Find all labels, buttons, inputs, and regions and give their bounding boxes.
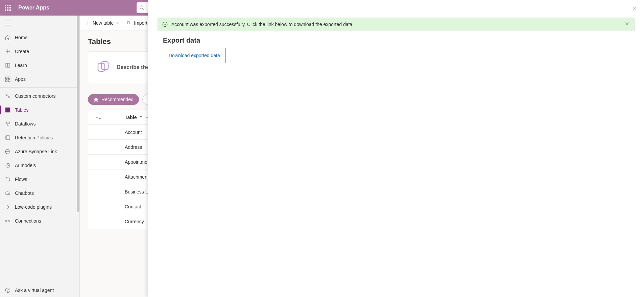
import-icon — [126, 20, 132, 26]
svg-point-24 — [6, 177, 7, 178]
svg-point-19 — [7, 125, 8, 126]
nav-label: Ask a virtual agent — [15, 288, 54, 293]
copilot-icon — [96, 61, 110, 74]
svg-point-34 — [8, 291, 8, 292]
nav-item-retention-policies[interactable]: Retention Policies — [0, 131, 79, 144]
column-header-label: Table — [125, 115, 137, 120]
nav-divider — [0, 87, 79, 88]
connections-icon — [5, 218, 11, 224]
nav-item-ai-models[interactable]: AI models — [0, 158, 79, 172]
nav-label: Create — [15, 49, 29, 54]
app-launcher-button[interactable] — [0, 0, 16, 16]
svg-rect-20 — [6, 136, 10, 140]
chatbot-icon — [5, 190, 11, 196]
panel-close-button[interactable] — [630, 3, 639, 13]
svg-rect-26 — [6, 192, 10, 195]
nav-label: AI models — [15, 163, 36, 168]
export-data-panel: Account was exported successfully. Click… — [148, 0, 644, 297]
nav-item-flows[interactable]: Flows — [0, 172, 79, 186]
notice-close-button[interactable] — [623, 20, 631, 29]
nav-item-connections[interactable]: Connections — [0, 214, 79, 228]
download-highlight-box: Download exported data — [163, 48, 226, 63]
nav-label: Learn — [15, 63, 27, 68]
left-nav: Home Create Learn Apps Custom connectors — [0, 16, 80, 297]
nav-label: Chatbots — [15, 190, 34, 196]
success-notice-text: Account was exported successfully. Click… — [171, 22, 354, 27]
svg-rect-6 — [5, 77, 7, 78]
svg-rect-9 — [8, 79, 10, 81]
nav-label: Flows — [15, 177, 27, 182]
success-icon — [162, 21, 168, 27]
table-cell-name: Appointment — [88, 159, 151, 165]
table-icon — [5, 107, 11, 113]
nav-item-azure-synapse-link[interactable]: Azure Synapse Link — [0, 144, 79, 158]
nav-item-lowcode-plugins[interactable]: Low-code plugins — [0, 200, 79, 214]
svg-point-29 — [8, 193, 9, 193]
import-button[interactable]: Import — [126, 20, 147, 26]
svg-point-0 — [140, 6, 143, 9]
svg-point-31 — [8, 220, 10, 222]
svg-rect-12 — [5, 108, 10, 112]
success-notice: Account was exported successfully. Click… — [158, 18, 635, 31]
svg-point-46 — [163, 22, 167, 27]
svg-rect-7 — [8, 77, 10, 78]
import-label: Import — [134, 20, 147, 26]
svg-point-25 — [9, 180, 10, 181]
nav-item-chatbots[interactable]: Chatbots — [0, 186, 79, 200]
nav-item-tables[interactable]: Tables — [0, 103, 79, 117]
nav-item-apps[interactable]: Apps — [0, 72, 79, 86]
search-icon — [139, 5, 145, 10]
nav-label: Dataflows — [15, 121, 35, 127]
panel-title: Export data — [163, 37, 629, 44]
svg-rect-5 — [8, 63, 10, 67]
waffle-icon — [5, 5, 11, 11]
ai-icon — [5, 162, 11, 168]
svg-marker-39 — [94, 97, 98, 101]
nav-item-custom-connectors[interactable]: Custom connectors — [0, 89, 79, 103]
retention-icon — [5, 135, 11, 141]
app-brand: Power Apps — [18, 5, 49, 11]
flows-icon — [5, 176, 11, 182]
svg-point-23 — [7, 164, 9, 166]
filter-recommended-pill[interactable]: Recommended — [88, 94, 139, 105]
copilot-prompt-text: Describe the — [117, 64, 149, 70]
table-cell-name: Attachment — [88, 174, 149, 180]
svg-line-1 — [143, 8, 144, 9]
column-header-table[interactable]: Table — [109, 115, 149, 120]
table-cell-name: Contact — [88, 204, 141, 209]
svg-point-28 — [7, 193, 7, 193]
nav-item-learn[interactable]: Learn — [0, 58, 79, 72]
nav-label: Apps — [15, 76, 26, 82]
filter-recommended-label: Recommended — [101, 97, 134, 102]
home-icon — [5, 35, 11, 41]
nav-label: Home — [15, 35, 27, 40]
table-cell-name: Address — [88, 144, 142, 150]
nav-item-dataflows[interactable]: Dataflows — [0, 117, 79, 131]
sort-icon — [95, 114, 101, 120]
nav-item-virtual-agent[interactable]: Ask a virtual agent — [0, 283, 79, 297]
close-icon — [632, 5, 637, 11]
chevron-down-icon — [116, 21, 120, 25]
nav-collapse-button[interactable] — [0, 16, 79, 30]
plus-icon — [5, 48, 11, 54]
star-icon — [93, 97, 99, 102]
close-icon — [625, 22, 629, 26]
svg-rect-4 — [6, 63, 7, 67]
plugin-icon — [5, 204, 11, 210]
svg-rect-8 — [5, 79, 7, 81]
nav-item-create[interactable]: Create — [0, 44, 79, 58]
nav-label: Azure Synapse Link — [15, 149, 57, 154]
nav-label: Tables — [15, 107, 28, 113]
new-table-button[interactable]: New table — [85, 20, 120, 26]
nav-item-home[interactable]: Home — [0, 30, 79, 44]
plus-icon — [85, 20, 91, 26]
apps-icon — [5, 76, 11, 82]
question-icon — [5, 287, 11, 293]
nav-label: Connections — [15, 218, 41, 224]
nav-label: Custom connectors — [15, 93, 56, 99]
svg-point-22 — [6, 163, 10, 167]
download-exported-data-link[interactable]: Download exported data — [169, 53, 220, 58]
nav-scrollbar[interactable] — [77, 16, 79, 297]
synapse-icon — [5, 148, 11, 155]
new-table-label: New table — [93, 20, 114, 26]
